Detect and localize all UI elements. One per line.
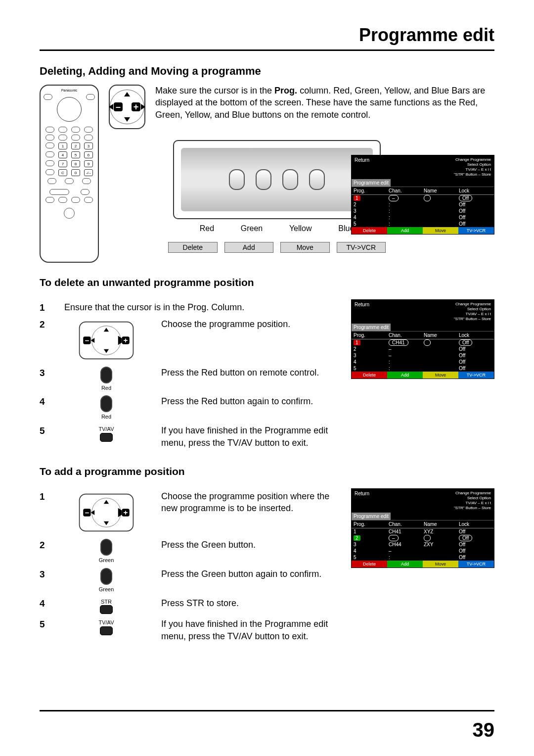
- osd-row: 3CH44ZXYOff: [352, 541, 494, 548]
- osd-bot: Move: [423, 561, 458, 567]
- osd-hint-2: Select Option: [454, 162, 491, 167]
- add-heading: To add a programme position: [40, 466, 494, 477]
- delete-heading: To delete an unwanted programme position: [40, 277, 494, 288]
- osd-col: Lock: [459, 332, 492, 338]
- delete-step-4: 4 Red Press the Red button again to conf…: [40, 395, 331, 421]
- osd-col: Name: [424, 332, 457, 338]
- osd-col-chan: Chan.: [389, 188, 422, 193]
- osd-row: 5:Off: [352, 554, 494, 561]
- add-step-4: 4 STR Press STR to store.: [40, 597, 331, 614]
- osd-hint-4: "STR" Button – Store: [454, 172, 491, 177]
- osd-row: 1–Off: [352, 195, 494, 201]
- osd-col-name: Name: [424, 188, 457, 193]
- osd-row: 5:Off: [352, 221, 494, 227]
- osd-col: Chan.: [389, 332, 422, 338]
- osd-row: 1CH41XYZOff: [352, 528, 494, 535]
- osd-hint: TV/AV – E x i t: [454, 312, 491, 317]
- tvav-button-icon: [100, 433, 113, 442]
- action-add: Add: [224, 242, 274, 253]
- osd-hint-3: TV/AV – E x i t: [454, 167, 491, 172]
- label-yellow: Yellow: [289, 224, 312, 233]
- green-button-icon: [100, 539, 112, 556]
- delete-step-5-text: If you have finished in the Programme ed…: [161, 425, 331, 449]
- up-arrow-icon: [124, 92, 130, 96]
- intro-bold: Prog.: [274, 86, 297, 95]
- plus-icon: +: [132, 102, 140, 111]
- action-delete: Delete: [168, 242, 218, 253]
- left-arrow-icon: [109, 104, 113, 110]
- add-step-2: 2 Green Press the Green button.: [40, 539, 331, 564]
- osd-return: Return: [355, 302, 369, 307]
- delete-step-2-text: Choose the programme position.: [161, 318, 331, 330]
- green-caption: Green: [99, 586, 114, 593]
- step-number: 5: [40, 425, 51, 437]
- top-rule: [40, 49, 494, 51]
- intro-pre: Make sure the cursor is in the: [155, 86, 274, 95]
- action-move: Move: [280, 242, 330, 253]
- step-number: 3: [40, 367, 51, 379]
- osd-col-lock: Lock: [459, 188, 492, 193]
- step-number: 3: [40, 568, 51, 581]
- osd-hint-1: Change Programme: [454, 157, 491, 162]
- osd-hint: Select Option: [454, 307, 491, 312]
- tv-front-panel: [173, 140, 381, 219]
- add-step-2-text: Press the Green button.: [161, 539, 331, 551]
- add-step-3-text: Press the Green button again to confirm.: [161, 568, 331, 580]
- osd-row: 4–Off: [352, 548, 494, 554]
- green-button-icon: [100, 568, 112, 585]
- step-number: 2: [40, 539, 51, 552]
- osd-title: Programme edit: [352, 513, 391, 520]
- tvav-caption: TV/AV: [99, 619, 114, 626]
- osd-screen-1: Return Change Programme Select Option TV…: [351, 155, 494, 235]
- osd-bot-tvvcr: TV->VCR: [458, 227, 494, 234]
- red-caption: Red: [101, 413, 111, 421]
- osd-screen-2: Return Change Programme Select Option TV…: [351, 299, 494, 379]
- osd-hint: "STR" Button – Store: [454, 317, 491, 322]
- osd-bot-move: Move: [423, 227, 458, 234]
- label-red: Red: [200, 224, 214, 233]
- osd-row: 2–Off: [352, 346, 494, 352]
- osd-bot: Add: [387, 372, 423, 378]
- osd-hint: Change Programme: [454, 302, 491, 307]
- step-number: 2: [40, 318, 51, 331]
- action-tv-vcr: TV->VCR: [337, 242, 386, 253]
- bottom-rule: [40, 710, 494, 711]
- osd-hint: "STR" Button – Store: [454, 506, 491, 511]
- osd-row: 4:Off: [352, 359, 494, 365]
- osd-col: Chan.: [389, 521, 422, 527]
- right-arrow-icon: [141, 104, 145, 110]
- delete-step-4-text: Press the Red button again to confirm.: [161, 395, 331, 407]
- osd-row: 2:Off: [352, 201, 494, 208]
- str-caption: STR: [101, 598, 112, 606]
- add-step-5: 5 TV/AV If you have finished in the Prog…: [40, 618, 331, 642]
- step-number: 5: [40, 618, 51, 631]
- tvav-caption: TV/AV: [99, 425, 114, 433]
- osd-hint: Select Option: [454, 496, 491, 501]
- dpad-illustration: – +: [109, 85, 145, 129]
- osd-screen-3: Return Change Programme Select Option TV…: [351, 488, 494, 568]
- page-title: Programme edit: [40, 25, 494, 49]
- osd-bot: Move: [423, 372, 458, 378]
- osd-return: Return: [355, 491, 369, 496]
- osd-col: Name: [424, 521, 457, 527]
- osd-hint: TV/AV – E x i t: [454, 501, 491, 506]
- osd-col-prog: Prog.: [354, 188, 387, 193]
- tv-yellow-button: [282, 169, 298, 190]
- remote-brand: Panasonic: [44, 89, 95, 92]
- osd-bot: Delete: [352, 372, 387, 378]
- osd-row: 2–Off: [352, 535, 494, 541]
- osd-row: 5:Off: [352, 365, 494, 372]
- tv-action-labels: Delete Add Move TV->VCR: [168, 242, 386, 253]
- step-number: 4: [40, 395, 51, 408]
- osd-row: 3–Off: [352, 352, 494, 359]
- delete-step-2: 2 –+ Choose the programme position.: [40, 318, 331, 363]
- tv-blue-button: [309, 169, 325, 190]
- osd-col: Prog.: [354, 521, 387, 527]
- intro-text: Make sure the cursor is in the Prog. col…: [155, 85, 494, 121]
- tvav-button-icon: [100, 626, 113, 635]
- add-step-1-text: Choose the programme position where the …: [161, 490, 331, 515]
- osd-bot: TV->VCR: [458, 372, 494, 378]
- red-caption: Red: [101, 384, 111, 392]
- osd-bot-delete: Delete: [352, 227, 387, 234]
- osd-bot-add: Add: [387, 227, 423, 234]
